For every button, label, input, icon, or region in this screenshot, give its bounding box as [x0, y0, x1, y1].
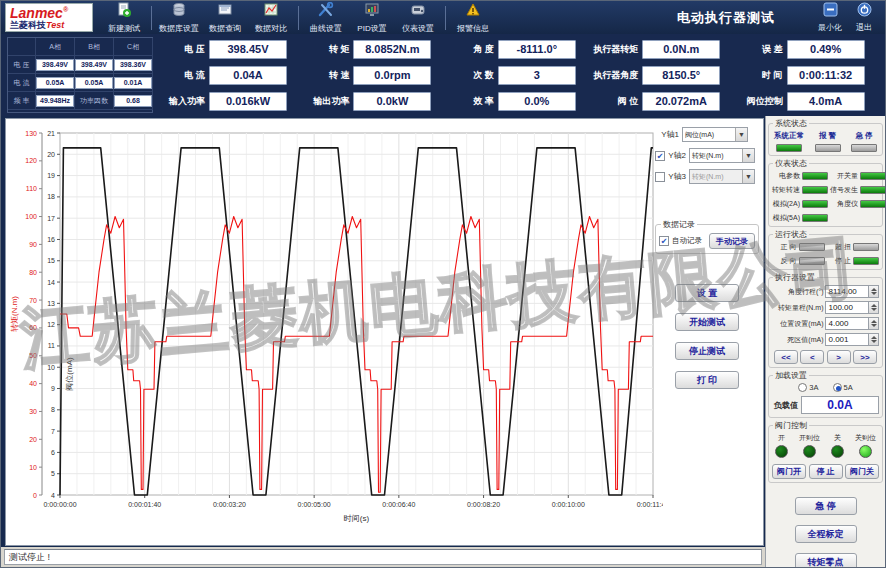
lanmec-logo: Lanmec® 兰菱科技Test: [5, 3, 93, 32]
auto-record-checkbox[interactable]: ✔: [659, 236, 669, 246]
y-axis3-select[interactable]: 转矩(N.m)▼: [689, 169, 755, 184]
load-value-readout: 0.0A: [801, 396, 879, 414]
torque-range-input[interactable]: 100.00: [825, 301, 869, 314]
svg-text:0:00:00:00: 0:00:00:00: [43, 501, 76, 508]
svg-text:0:00:11:40: 0:00:11:40: [637, 501, 663, 508]
step-back-button[interactable]: <: [800, 350, 824, 364]
estop-led: [851, 144, 877, 152]
data-record-group: 数据记录 ✔自动记录 手动记录: [655, 224, 759, 254]
svg-text:10: 10: [29, 464, 37, 471]
svg-text:30: 30: [29, 408, 37, 415]
angle-meter-led: [860, 200, 885, 208]
svg-text:16: 16: [47, 236, 55, 243]
deadband-input[interactable]: 0.001: [825, 333, 869, 346]
step-fast-back-button[interactable]: <<: [774, 350, 798, 364]
toolbar-pid-settings-button[interactable]: PID设置: [350, 2, 394, 33]
angle-travel-input[interactable]: 8114.00: [825, 285, 869, 298]
status-bar: 测试停止 !: [1, 547, 765, 567]
instrument-status-group: 仪表状态 电参数 开关量 转矩转速 信号发生 模拟(2A) 角度仪 模拟(5A): [768, 163, 883, 227]
svg-text:0: 0: [33, 492, 37, 499]
toolbar-curve-settings-button[interactable]: 曲线设置: [304, 2, 348, 33]
analog-5a-led: [802, 214, 828, 222]
svg-text:19: 19: [47, 172, 55, 179]
y-axis2-select[interactable]: 转矩(N.m)▼: [689, 148, 755, 163]
svg-text:20: 20: [29, 436, 37, 443]
svg-text:10: 10: [47, 364, 55, 371]
svg-text:12: 12: [47, 321, 55, 328]
minimize-icon: [823, 2, 838, 21]
settings-button[interactable]: 设 置: [675, 284, 739, 302]
angle-travel-stepper[interactable]: [869, 285, 879, 298]
y-axis2-checkbox[interactable]: ✔: [655, 151, 665, 161]
svg-text:11: 11: [48, 342, 55, 349]
start-test-button[interactable]: 开始测试: [675, 313, 739, 331]
torque-zero-button[interactable]: 转矩零点: [795, 553, 857, 567]
svg-text:80: 80: [29, 269, 37, 276]
svg-text:0:00:03:20: 0:00:03:20: [213, 501, 246, 508]
over-torque-led: [853, 243, 879, 251]
chart-controls: Y轴1 阀位(mA)▼ ✔ Y轴2 转矩(N.m)▼ Y轴3 转矩(N.m)▼: [655, 127, 759, 389]
new-test-icon: [116, 2, 132, 22]
step-forward-button[interactable]: >: [827, 350, 851, 364]
manual-record-button[interactable]: 手动记录: [709, 233, 755, 249]
svg-text:120: 120: [25, 157, 37, 164]
torque-range-stepper[interactable]: [869, 301, 879, 314]
trend-chart: 4567891011121314151617181920210102030405…: [8, 123, 663, 535]
svg-text:90: 90: [29, 241, 37, 248]
data-compare-icon: [263, 2, 279, 22]
stop-test-button[interactable]: 停止测试: [675, 342, 739, 360]
tools-icon: [318, 2, 334, 22]
app-title: 电动执行器测试: [677, 9, 775, 27]
valve-open-button[interactable]: 阀门开: [772, 464, 806, 479]
svg-text:阀位(mA): 阀位(mA): [65, 357, 74, 391]
phase-value: 0.68: [114, 95, 152, 107]
chevron-down-icon: ▼: [742, 170, 754, 183]
toolbar-data-compare-button[interactable]: 数据对比: [249, 2, 293, 33]
toolbar-data-query-button[interactable]: 数据查询: [203, 2, 247, 33]
toolbar-alarm-info-button[interactable]: 报警信息: [451, 2, 495, 33]
emergency-stop-button[interactable]: 急 停: [795, 497, 857, 515]
svg-text:0:00:08:20: 0:00:08:20: [467, 501, 500, 508]
print-button[interactable]: 打 印: [675, 371, 739, 389]
forward-led: [799, 243, 825, 251]
torque-readout: 8.0852N.m: [353, 40, 431, 59]
efficiency-readout: 0.0%: [498, 92, 576, 111]
toolbar-separator: [298, 6, 299, 30]
toolbar-new-test-button[interactable]: 新建测试: [102, 2, 146, 33]
svg-text:0:00:06:40: 0:00:06:40: [382, 501, 415, 508]
position-set-stepper[interactable]: [869, 317, 879, 330]
toolbar-meter-settings-button[interactable]: 仪表设置: [396, 2, 440, 33]
toolbar-db-settings-button[interactable]: 数据库设置: [157, 2, 201, 33]
svg-text:110: 110: [26, 185, 37, 192]
step-fast-forward-button[interactable]: >>: [853, 350, 877, 364]
measurement-panel: A相 B相 C相 电 压 398.49V 398.49V 398.36V 电 流…: [1, 34, 885, 116]
svg-text:9: 9: [51, 385, 55, 392]
y-axis3-checkbox[interactable]: [655, 172, 665, 182]
right-sidebar: 系统状态 系统正常 报 警 急 停 仪表状态 电参数 开关量 转矩转速 信号发生…: [765, 116, 885, 567]
load-5a-radio[interactable]: 5A: [833, 383, 853, 392]
deadband-stepper[interactable]: [869, 333, 879, 346]
phase-value: 398.36V: [114, 59, 152, 71]
position-set-input[interactable]: 4.000: [825, 317, 869, 330]
chevron-down-icon: ▼: [742, 149, 754, 162]
svg-text:0:00:10:00: 0:00:10:00: [552, 501, 585, 508]
exit-button[interactable]: 退出: [847, 2, 881, 33]
svg-text:15: 15: [47, 257, 55, 264]
svg-text:20: 20: [47, 151, 55, 158]
svg-text:100: 100: [25, 213, 37, 220]
minimize-button[interactable]: 最小化: [813, 2, 847, 33]
svg-text:时间(s): 时间(s): [344, 514, 370, 523]
load-3a-radio[interactable]: 3A: [798, 383, 818, 392]
status-message: 测试停止 !: [4, 549, 762, 565]
valve-open-led: [775, 445, 788, 458]
alarm-led: [815, 144, 841, 152]
svg-text:17: 17: [47, 215, 55, 222]
valve-stop-button[interactable]: 停 止: [809, 464, 843, 479]
app-window: Lanmec® 兰菱科技Test 新建测试 数据库设置 数据查询 数据对比 曲线…: [0, 0, 886, 568]
current-readout: 0.04A: [209, 66, 287, 85]
valve-close-button[interactable]: 阀门关: [845, 464, 879, 479]
full-calibration-button[interactable]: 全程标定: [795, 525, 857, 543]
svg-text:130: 130: [25, 130, 37, 137]
data-query-icon: [217, 2, 233, 22]
y-axis1-select[interactable]: 阀位(mA)▼: [682, 127, 748, 142]
